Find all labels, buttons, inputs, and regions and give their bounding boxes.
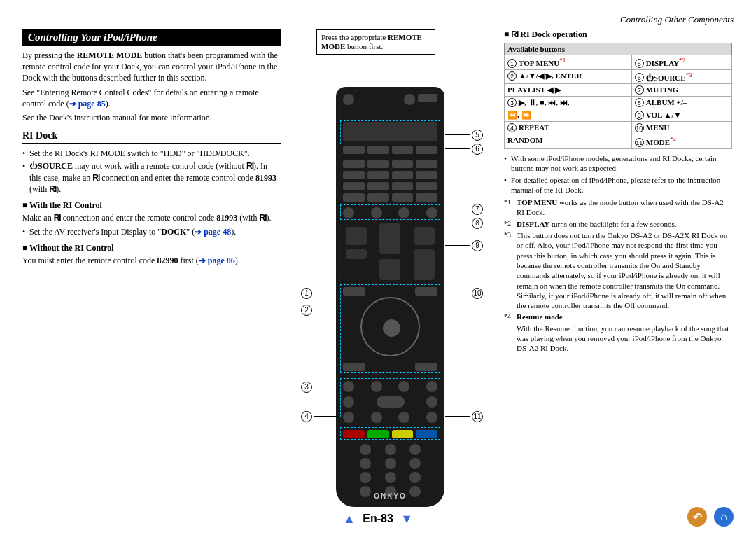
callout-6: 6 [472, 143, 483, 155]
footnote-item: *3This button does not turn the Onkyo DS… [504, 230, 732, 310]
note-item: With some iPod/iPhone models, generation… [504, 153, 732, 174]
remote-mode-note: Press the appropriate REMOTE MODE button… [316, 29, 435, 55]
footnote-item: *4Resume mode [504, 312, 732, 321]
footnote-item: *1TOP MENU works as the mode button when… [504, 197, 732, 218]
intro-paragraph-2: See "Entering Remote Control Codes" for … [22, 87, 281, 109]
ri-bullet-1: Set the RI Dock's RI MODE switch to "HDD… [22, 148, 281, 159]
note-item: For detailed operation of iPod/iPhone, p… [504, 175, 732, 195]
callout-8: 8 [472, 217, 483, 229]
with-ri-bullet: Set the AV receiver's Input Display to "… [22, 226, 281, 237]
page-link-48[interactable]: ➔ page 48 [195, 227, 231, 237]
without-ri-text: You must enter the remote control code 8… [22, 255, 281, 266]
back-icon[interactable]: ↶ [687, 507, 707, 527]
footnote-list: *1TOP MENU works as the mode button when… [504, 197, 732, 322]
prev-page-icon[interactable]: ▲ [339, 512, 360, 526]
table-row: 4REPEAT10MENU [505, 122, 732, 134]
callout-4: 4 [301, 410, 312, 422]
ri-bullet-2: ⏻SOURCE may not work with a remote contr… [22, 160, 281, 195]
callout-5: 5 [472, 129, 483, 141]
remote-body: ONKYO [336, 87, 444, 507]
available-buttons-table: Available buttons 1TOP MENU*15DISPLAY*22… [504, 43, 732, 149]
resume-mode-text: With the Resume function, you can resume… [504, 324, 732, 354]
callout-10: 10 [472, 287, 483, 299]
with-ri-text: Make an RI connection and enter the remo… [22, 212, 281, 223]
table-header: Available buttons [505, 43, 732, 55]
callout-3: 3 [301, 381, 312, 393]
page-link-86[interactable]: ➔ page 86 [199, 256, 235, 265]
footnote-item: *2DISPLAY turns on the backlight for a f… [504, 219, 732, 229]
page-number: En-83 [363, 513, 393, 524]
table-row: PLAYLIST ◀/▶7MUTING [505, 84, 732, 97]
home-icon[interactable]: ⌂ [714, 507, 734, 527]
table-row: 2▲/▼/◀/▶, ENTER6⏻SOURCE*3 [505, 69, 732, 84]
left-column: Controlling Your iPod/iPhone By pressing… [22, 29, 281, 269]
dock-operation-heading: RI RI Dock operation [504, 29, 732, 40]
callout-1: 1 [301, 287, 312, 299]
table-row: ⏪, ⏩9VOL ▲/▼ [505, 109, 732, 122]
page-footer: ▲ En-83 ▼ [0, 512, 756, 527]
operation-notes: With some iPod/iPhone models, generation… [504, 153, 732, 195]
next-page-icon[interactable]: ▼ [396, 512, 417, 526]
remote-column: Press the appropriate REMOTE MODE button… [301, 29, 483, 493]
remote-brand: ONKYO [336, 492, 444, 500]
right-column: RI RI Dock operation Available buttons 1… [504, 29, 732, 356]
without-ri-heading: Without the RI Control [22, 243, 281, 253]
callout-11: 11 [472, 410, 483, 422]
table-row: 1TOP MENU*15DISPLAY*2 [505, 55, 732, 70]
intro-paragraph-3: See the Dock's instruction manual for mo… [22, 112, 281, 123]
table-row: RANDOM11MODE*4 [505, 134, 732, 149]
with-ri-heading: With the RI Control [22, 200, 281, 211]
page-link-85[interactable]: ➔ page 85 [69, 99, 106, 109]
remote-diagram: ONKYO 1 2 3 4 5 6 7 8 [301, 59, 483, 493]
callout-9: 9 [472, 239, 483, 251]
intro-paragraph-1: By pressing the REMOTE MODE button that'… [22, 50, 281, 84]
table-row: 3▶, ⏸, ■, ⏮, ⏭,8ALBUM +/– [505, 97, 732, 109]
section-title: Controlling Your iPod/iPhone [22, 29, 281, 46]
ri-dock-heading: RI Dock [22, 130, 281, 144]
callout-2: 2 [301, 304, 312, 316]
callout-7: 7 [472, 203, 483, 215]
running-header: Controlling Other Components [620, 14, 734, 25]
